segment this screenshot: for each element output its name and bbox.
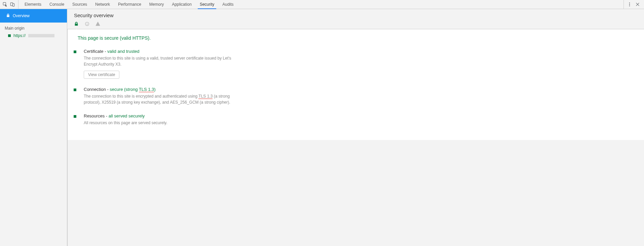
view-certificate-button[interactable]: View certificate — [84, 71, 119, 79]
secure-indicator-icon — [74, 50, 76, 53]
resources-title: Resources - all served securely — [84, 113, 238, 118]
security-overview-header: Security overview — [67, 9, 644, 29]
svg-point-8 — [87, 23, 87, 23]
toggle-device-toolbar-icon[interactable] — [10, 2, 15, 7]
more-options-icon[interactable] — [627, 2, 632, 7]
status-warning-icon[interactable] — [96, 22, 100, 26]
certificate-section: Certificate - valid and trusted The conn… — [72, 47, 319, 85]
page-secure-status: This page is secure (valid HTTPS). — [72, 35, 319, 47]
certificate-description: The connection to this site is using a v… — [84, 55, 238, 67]
sidebar-overview-item[interactable]: Overview — [0, 9, 67, 23]
security-status-icons — [74, 22, 637, 29]
svg-point-5 — [629, 5, 630, 6]
tab-console[interactable]: Console — [45, 0, 68, 9]
tab-security[interactable]: Security — [196, 0, 218, 9]
status-info-icon[interactable] — [85, 22, 89, 26]
close-devtools-icon[interactable] — [635, 2, 640, 7]
certificate-title: Certificate - valid and trusted — [84, 49, 238, 54]
tab-performance[interactable]: Performance — [114, 0, 145, 9]
origin-url-prefix: https:// — [13, 33, 26, 38]
connection-description: The connection to this site is encrypted… — [84, 93, 238, 105]
devtools-tabstrip: ElementsConsoleSourcesNetworkPerformance… — [0, 0, 644, 9]
tab-application[interactable]: Application — [168, 0, 196, 9]
tab-sources[interactable]: Sources — [68, 0, 91, 9]
tab-memory[interactable]: Memory — [145, 0, 168, 9]
secure-indicator-icon — [74, 89, 76, 91]
resources-description: All resources on this page are served se… — [84, 120, 238, 126]
lock-icon — [6, 13, 10, 19]
page-title: Security overview — [74, 12, 637, 18]
sidebar-section-title: Main origin — [0, 23, 67, 33]
secure-indicator-icon — [8, 34, 11, 37]
security-overview-content: This page is secure (valid HTTPS). Certi… — [68, 29, 323, 140]
svg-rect-2 — [12, 4, 14, 6]
svg-point-4 — [629, 4, 630, 5]
sidebar-overview-label: Overview — [13, 13, 30, 18]
security-sidebar: Overview Main origin https:// — [0, 9, 67, 246]
origin-url-redacted — [28, 34, 54, 37]
tab-network[interactable]: Network — [91, 0, 114, 9]
resources-section: Resources - all served securely All reso… — [72, 111, 319, 132]
svg-point-3 — [629, 2, 630, 3]
tabstrip-right-tools — [623, 0, 643, 9]
secure-indicator-icon — [74, 115, 76, 118]
devtools-tabs: ElementsConsoleSourcesNetworkPerformance… — [21, 0, 238, 9]
tab-audits[interactable]: Audits — [218, 0, 237, 9]
status-secure-icon[interactable] — [74, 22, 79, 26]
connection-title: Connection - secure (strong TLS 1.3) — [84, 87, 238, 92]
connection-section: Connection - secure (strong TLS 1.3) The… — [72, 85, 319, 111]
inspect-element-icon[interactable] — [3, 2, 7, 7]
tab-elements[interactable]: Elements — [21, 0, 45, 9]
tabstrip-left-tools — [1, 0, 18, 9]
sidebar-origin-item[interactable]: https:// — [0, 33, 67, 39]
